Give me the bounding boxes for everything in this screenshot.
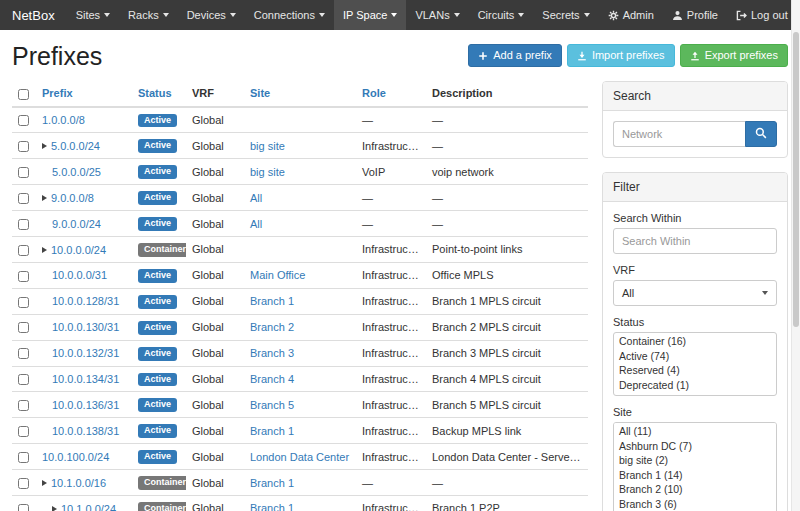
page-scrollbar[interactable]	[791, 0, 800, 511]
status-badge: Container	[138, 243, 186, 257]
prefix-link[interactable]: 10.1.0.0/24	[61, 503, 116, 511]
status-badge: Container	[138, 476, 186, 490]
prefix-link[interactable]: 10.0.0.132/31	[52, 347, 119, 359]
row-checkbox[interactable]	[18, 478, 29, 489]
prefix-link[interactable]: 10.0.0.0/24	[51, 244, 106, 256]
import-prefixes-button[interactable]: Import prefixes	[567, 44, 675, 67]
page-scrollbar-thumb[interactable]	[793, 32, 799, 327]
caret-down-icon	[230, 13, 236, 17]
site-link[interactable]: All	[250, 192, 262, 204]
search-within-input[interactable]	[613, 228, 777, 254]
prefix-link[interactable]: 5.0.0.0/25	[52, 166, 101, 178]
listbox-option[interactable]: Container (16)	[614, 334, 776, 349]
search-button[interactable]	[745, 121, 777, 147]
site-listbox[interactable]: All (11)Ashburn DC (7)big site (2)Branch…	[613, 422, 777, 511]
add-prefix-button[interactable]: Add a prefix	[468, 44, 562, 67]
expand-toggle-icon[interactable]	[42, 247, 47, 253]
site-link[interactable]: Branch 4	[250, 373, 294, 385]
search-input[interactable]	[613, 121, 745, 147]
listbox-option[interactable]: Branch 1 (14)	[614, 468, 776, 483]
listbox-option[interactable]: big site (2)	[614, 453, 776, 468]
listbox-option[interactable]: All (11)	[614, 424, 776, 439]
page-title: Prefixes	[12, 42, 102, 71]
description-value: —	[426, 470, 588, 496]
row-checkbox[interactable]	[18, 167, 29, 178]
prefix-link[interactable]: 10.0.0.138/31	[52, 425, 119, 437]
status-listbox[interactable]: Container (16)Active (74)Reserved (4)Dep…	[613, 332, 777, 396]
row-checkbox[interactable]	[18, 219, 29, 230]
select-all-checkbox[interactable]	[18, 89, 29, 100]
prefix-link[interactable]: 10.0.0.130/31	[52, 321, 119, 333]
prefix-link[interactable]: 10.0.100.0/24	[42, 451, 109, 463]
row-checkbox[interactable]	[18, 297, 29, 308]
site-link[interactable]: Branch 1	[250, 295, 294, 307]
prefix-link[interactable]: 10.0.0.128/31	[52, 295, 119, 307]
status-badge: Active	[138, 139, 177, 153]
site-link[interactable]: Branch 1	[250, 477, 294, 489]
nav-item-vlans[interactable]: VLANs	[406, 0, 468, 30]
role-value: Infrastructure	[356, 366, 426, 392]
row-checkbox[interactable]	[18, 348, 29, 359]
listbox-option[interactable]: Deprecated (1)	[614, 378, 776, 393]
prefix-link[interactable]: 10.0.0.0/31	[52, 269, 107, 281]
site-link[interactable]: big site	[250, 140, 285, 152]
expand-toggle-icon[interactable]	[42, 195, 47, 201]
export-prefixes-button[interactable]: Export prefixes	[680, 44, 788, 67]
site-link[interactable]: Branch 1	[250, 425, 294, 437]
nav-item-sites[interactable]: Sites	[67, 0, 119, 30]
site-link[interactable]: Branch 2	[250, 321, 294, 333]
row-checkbox[interactable]	[18, 374, 29, 385]
site-link[interactable]: Branch 3	[250, 347, 294, 359]
nav-item-circuits[interactable]: Circuits	[469, 0, 534, 30]
site-link[interactable]: Branch 5	[250, 399, 294, 411]
listbox-option[interactable]: Ashburn DC (7)	[614, 439, 776, 454]
row-checkbox[interactable]	[18, 271, 29, 282]
prefix-link[interactable]: 10.0.0.136/31	[52, 399, 119, 411]
listbox-option[interactable]: Branch 3 (6)	[614, 497, 776, 511]
nav-item-secrets[interactable]: Secrets	[533, 0, 598, 30]
column-sort-link[interactable]: Role	[362, 87, 386, 99]
site-link[interactable]: London Data Center	[250, 451, 349, 463]
listbox-option[interactable]: Reserved (4)	[614, 363, 776, 378]
site-link[interactable]: big site	[250, 166, 285, 178]
listbox-option[interactable]: Active (74)	[614, 349, 776, 364]
column-sort-link[interactable]: Site	[250, 87, 270, 99]
column-sort-link[interactable]: Status	[138, 87, 172, 99]
role-value: —	[356, 211, 426, 237]
row-checkbox[interactable]	[18, 400, 29, 411]
nav-item-connections[interactable]: Connections	[245, 0, 334, 30]
nav-item-devices[interactable]: Devices	[178, 0, 245, 30]
prefix-link[interactable]: 5.0.0.0/24	[51, 140, 100, 152]
description-value: Branch 5 MPLS circuit	[426, 392, 588, 418]
listbox-option[interactable]: Branch 2 (10)	[614, 482, 776, 497]
nav-item-admin[interactable]: Admin	[599, 0, 663, 30]
prefix-link[interactable]: 9.0.0.0/8	[51, 192, 94, 204]
nav-item-profile[interactable]: Profile	[663, 0, 727, 30]
column-sort-link[interactable]: Prefix	[42, 87, 73, 99]
nav-item-label: Secrets	[542, 9, 579, 21]
row-checkbox[interactable]	[18, 115, 29, 126]
row-checkbox[interactable]	[18, 141, 29, 152]
prefix-link[interactable]: 10.1.0.0/16	[51, 477, 106, 489]
brand-logo[interactable]: NetBox	[8, 0, 67, 30]
nav-item-racks[interactable]: Racks	[119, 0, 178, 30]
prefix-link[interactable]: 10.0.0.134/31	[52, 373, 119, 385]
row-checkbox[interactable]	[18, 426, 29, 437]
row-checkbox[interactable]	[18, 504, 29, 511]
row-checkbox[interactable]	[18, 245, 29, 256]
nav-item-ip-space[interactable]: IP Space	[334, 0, 406, 30]
expand-toggle-icon[interactable]	[42, 480, 47, 486]
vrf-select[interactable]: All	[613, 280, 777, 306]
prefix-link[interactable]: 9.0.0.0/24	[52, 218, 101, 230]
row-checkbox[interactable]	[18, 193, 29, 204]
prefix-link[interactable]: 1.0.0.0/8	[42, 114, 85, 126]
site-link[interactable]: Branch 1	[250, 502, 294, 511]
site-link[interactable]: Main Office	[250, 269, 305, 281]
row-checkbox[interactable]	[18, 322, 29, 333]
expand-toggle-icon[interactable]	[42, 143, 47, 149]
nav-item-log-out[interactable]: Log out	[727, 0, 797, 30]
nav-item-label: Admin	[623, 9, 654, 21]
site-link[interactable]: All	[250, 218, 262, 230]
row-checkbox[interactable]	[18, 452, 29, 463]
expand-toggle-icon[interactable]	[52, 506, 57, 511]
